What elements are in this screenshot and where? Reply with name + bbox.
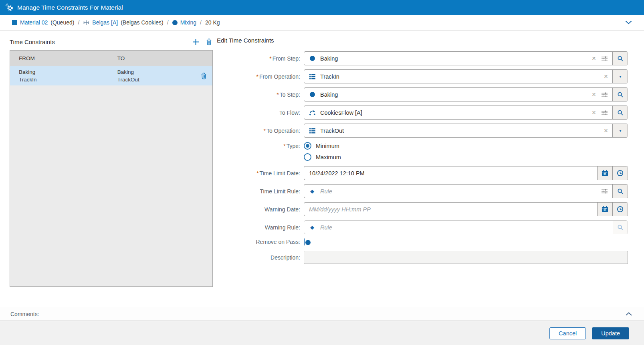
from-operation-dropdown-button[interactable]: ▼ (612, 70, 628, 83)
comments-collapse-chevron-up-icon[interactable] (624, 310, 634, 317)
breadcrumb-material: Material 02 (Queued) (12, 19, 74, 26)
warning-date-clock-button[interactable] (612, 203, 628, 216)
rule-diamond-icon: ◆ (304, 224, 320, 230)
to-step-field[interactable]: Baking × (304, 87, 628, 101)
time-limit-rule-placeholder: Rule (320, 188, 597, 195)
to-step-value: Baking (320, 91, 587, 98)
to-flow-value: CookiesFlow [A] (320, 110, 587, 116)
svg-text:31: 31 (604, 172, 606, 175)
to-step-search-button[interactable] (612, 88, 628, 101)
row-from-operation: TrackIn (19, 77, 117, 83)
type-maximum-label: Maximum (316, 154, 341, 160)
row-to-operation: TrackOut (117, 77, 139, 83)
action-footer: Cancel Update (0, 321, 644, 345)
time-limit-date-row: *Time Limit Date: 31 (217, 166, 628, 180)
title-bar: Manage Time Constraints For Material (0, 0, 644, 15)
to-operation-row: *To Operation: TrackOut × ▼ (217, 124, 628, 138)
clear-icon[interactable]: × (592, 109, 596, 116)
edit-time-constraints-form: Edit Time Constraints *From Step: Baking… (217, 37, 628, 268)
filter-settings-icon[interactable] (601, 110, 608, 116)
clear-icon[interactable]: × (604, 127, 608, 134)
warning-date-input[interactable] (309, 206, 597, 213)
time-constraints-panel: Time Constraints FROM TO Baking (10, 37, 213, 287)
manage-time-constraints-window: Manage Time Constraints For Material Mat… (0, 0, 644, 345)
row-to-step: Baking (117, 69, 139, 75)
time-limit-rule-field[interactable]: ◆ Rule (304, 184, 628, 198)
product-description: (Belgas Cookies) (121, 19, 164, 26)
table-empty-area (10, 85, 212, 286)
warning-date-calendar-button[interactable]: 31 (597, 203, 612, 216)
form-title: Edit Time Constraints (217, 37, 628, 46)
time-limit-date-field[interactable]: 31 (304, 166, 628, 180)
material-link[interactable]: Material 02 (20, 19, 48, 26)
operation-list-icon (304, 128, 320, 134)
remove-on-pass-label: Remove on Pass: (217, 238, 304, 246)
clear-icon[interactable]: × (592, 55, 596, 62)
cancel-button[interactable]: Cancel (549, 327, 586, 339)
description-row: Description: (217, 251, 628, 264)
filter-settings-icon[interactable] (601, 56, 608, 61)
clear-icon[interactable]: × (604, 73, 608, 80)
to-operation-field[interactable]: TrackOut × ▼ (304, 124, 628, 138)
remove-on-pass-toggle[interactable] (304, 238, 305, 246)
type-label: *Type: (217, 142, 304, 150)
chevron-down-icon: ▼ (618, 129, 622, 132)
to-flow-label: To Flow: (217, 109, 304, 116)
time-limit-date-input[interactable] (309, 170, 597, 177)
comments-bar: Comments: (0, 307, 644, 321)
time-limit-date-clock-button[interactable] (612, 166, 628, 180)
to-flow-field[interactable]: CookiesFlow [A] × (304, 106, 628, 120)
time-limit-rule-search-button[interactable] (612, 185, 628, 198)
breadcrumb-step: Mixing (172, 19, 196, 26)
from-step-value: Baking (320, 55, 587, 62)
from-step-search-button[interactable] (612, 52, 628, 65)
material-status: (Queued) (50, 19, 74, 26)
time-limit-rule-label: Time Limit Rule: (217, 188, 304, 195)
to-flow-row: To Flow: CookiesFlow [A] × (217, 106, 628, 120)
warning-rule-label: Warning Rule: (217, 224, 304, 231)
product-link[interactable]: Belgas [A] (92, 19, 118, 26)
from-operation-value: TrackIn (320, 73, 600, 80)
warning-rule-field[interactable]: ◆ Rule (304, 220, 628, 234)
breadcrumb-separator: / (167, 19, 169, 26)
time-constraints-title: Time Constraints (10, 39, 55, 45)
material-icon (12, 20, 17, 25)
from-operation-field[interactable]: TrackIn × ▼ (304, 69, 628, 83)
delete-row-button[interactable] (201, 72, 207, 79)
material-quantity: 20 Kg (205, 19, 220, 26)
time-limit-date-calendar-button[interactable]: 31 (597, 166, 612, 180)
step-link[interactable]: Mixing (180, 19, 196, 26)
type-minimum-radio[interactable] (304, 142, 311, 150)
add-constraint-button[interactable] (192, 39, 199, 45)
to-operation-label: *To Operation: (217, 127, 304, 134)
time-limit-date-label: *Time Limit Date: (217, 170, 304, 177)
warning-rule-placeholder: Rule (320, 224, 613, 231)
from-step-label: *From Step: (217, 55, 304, 62)
to-flow-search-button[interactable] (612, 106, 628, 119)
from-step-field[interactable]: Baking × (304, 51, 628, 65)
svg-text:31: 31 (604, 209, 606, 211)
breadcrumb-expand-chevron-down-icon[interactable] (624, 19, 634, 26)
breadcrumb-separator: / (78, 19, 79, 26)
operation-list-icon (304, 74, 320, 79)
product-icon (83, 20, 89, 26)
to-operation-dropdown-button[interactable]: ▼ (612, 124, 628, 137)
breadcrumb-separator: / (200, 19, 202, 26)
filter-settings-icon[interactable] (601, 189, 608, 194)
time-limit-rule-row: Time Limit Rule: ◆ Rule (217, 184, 628, 198)
table-row[interactable]: Baking TrackIn Baking TrackOut (10, 66, 212, 85)
update-button[interactable]: Update (592, 327, 629, 339)
warning-date-row: Warning Date: 31 (217, 202, 628, 216)
warning-date-field[interactable]: 31 (304, 202, 628, 216)
description-input[interactable] (304, 251, 628, 264)
filter-settings-icon[interactable] (601, 92, 608, 97)
type-minimum-label: Minimum (316, 143, 339, 149)
remove-on-pass-row: Remove on Pass: (217, 238, 628, 246)
clear-icon[interactable]: × (592, 91, 596, 98)
to-step-row: *To Step: Baking × (217, 87, 628, 101)
warning-rule-search-button[interactable] (613, 221, 628, 234)
flow-icon (304, 110, 320, 116)
delete-constraints-button[interactable] (206, 38, 212, 45)
type-maximum-radio[interactable] (304, 153, 311, 161)
step-circle-icon (304, 56, 320, 61)
